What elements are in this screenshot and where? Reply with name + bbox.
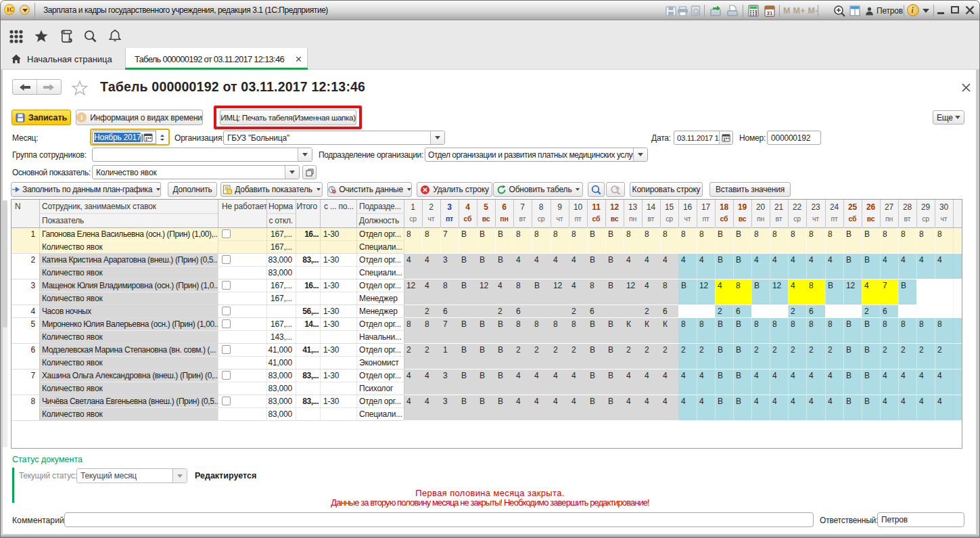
svg-text:31: 31 bbox=[767, 10, 773, 16]
